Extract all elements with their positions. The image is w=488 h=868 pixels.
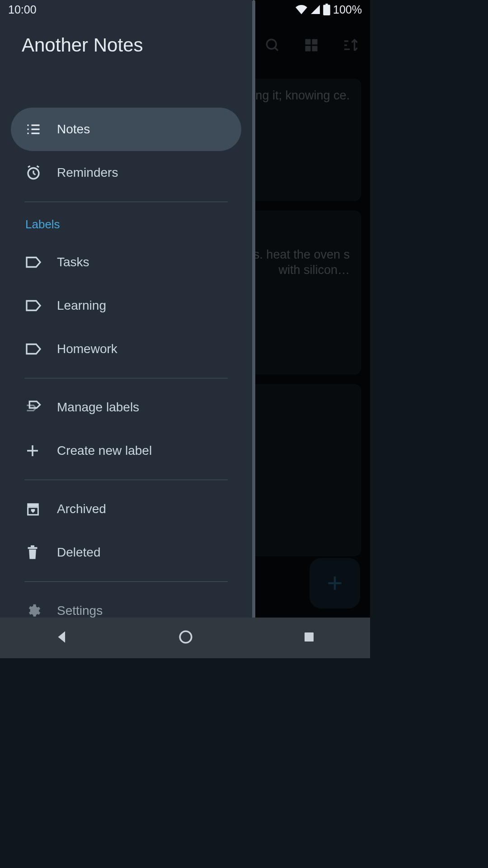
svg-rect-25 xyxy=(27,503,39,506)
label-item-tasks[interactable]: Tasks xyxy=(0,241,252,284)
svg-line-22 xyxy=(37,166,39,167)
label-icon xyxy=(25,256,57,269)
back-button[interactable] xyxy=(54,629,70,646)
notes-icon xyxy=(25,121,57,137)
label-item-learning[interactable]: Learning xyxy=(0,284,252,327)
nav-item-label: Reminders xyxy=(57,165,118,180)
svg-rect-29 xyxy=(323,5,330,15)
nav-item-create-label[interactable]: Create new label xyxy=(0,429,252,472)
trash-icon xyxy=(25,545,57,560)
label-item-text: Tasks xyxy=(57,255,89,269)
archive-icon xyxy=(25,501,57,517)
app-title: Another Notes xyxy=(0,24,252,56)
divider xyxy=(24,581,228,582)
label-item-text: Learning xyxy=(57,298,106,313)
system-nav-bar xyxy=(0,618,370,658)
nav-item-label: Manage labels xyxy=(57,400,139,415)
gear-icon xyxy=(25,603,57,618)
labels-stack-icon xyxy=(25,400,57,415)
label-icon xyxy=(25,343,57,355)
navigation-drawer: Another Notes Notes Reminders Labels Tas… xyxy=(0,0,252,658)
svg-point-13 xyxy=(27,128,29,130)
scrollbar[interactable] xyxy=(252,0,255,658)
label-item-homework[interactable]: Homework xyxy=(0,327,252,371)
plus-icon xyxy=(25,443,57,458)
svg-rect-28 xyxy=(31,545,34,547)
nav-item-reminders[interactable]: Reminders xyxy=(0,151,252,194)
recent-apps-button[interactable] xyxy=(302,630,316,646)
svg-line-21 xyxy=(28,166,30,167)
svg-rect-32 xyxy=(305,632,314,642)
nav-item-label: Settings xyxy=(57,604,103,618)
nav-item-label: Archived xyxy=(57,502,106,516)
home-button[interactable] xyxy=(178,629,193,646)
svg-point-14 xyxy=(27,132,29,134)
nav-item-archived[interactable]: Archived xyxy=(0,487,252,531)
nav-item-label: Create new label xyxy=(57,443,152,458)
nav-item-manage-labels[interactable]: Manage labels xyxy=(0,386,252,429)
svg-rect-30 xyxy=(325,4,328,5)
alarm-icon xyxy=(25,165,57,181)
nav-item-notes[interactable]: Notes xyxy=(11,108,241,151)
nav-item-label: Notes xyxy=(57,122,90,137)
label-item-text: Homework xyxy=(57,342,117,356)
svg-rect-27 xyxy=(28,547,38,549)
status-bar: 10:00 100% xyxy=(0,0,370,19)
svg-line-20 xyxy=(33,174,36,175)
nav-item-deleted[interactable]: Deleted xyxy=(0,531,252,574)
label-icon xyxy=(25,299,57,312)
divider xyxy=(24,202,228,202)
status-time: 10:00 xyxy=(8,3,37,16)
divider xyxy=(24,378,228,378)
section-header-labels: Labels xyxy=(0,209,252,241)
battery-percent: 100% xyxy=(333,3,362,16)
divider xyxy=(24,480,228,480)
battery-icon xyxy=(323,4,330,15)
nav-item-label: Deleted xyxy=(57,545,101,560)
wifi-icon xyxy=(295,5,308,14)
svg-point-12 xyxy=(27,124,29,126)
cellular-icon xyxy=(310,5,320,14)
svg-point-31 xyxy=(180,631,192,643)
status-indicators: 100% xyxy=(295,3,362,16)
